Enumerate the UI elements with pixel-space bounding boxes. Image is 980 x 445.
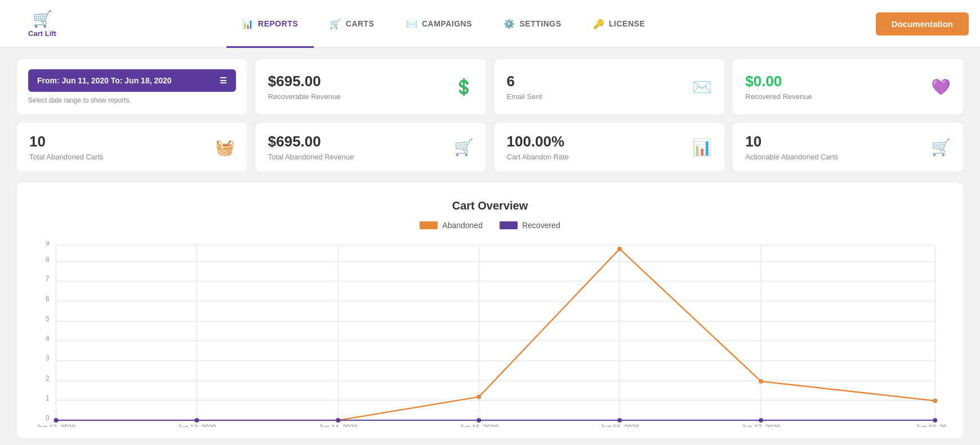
svg-text:Jun 13, 2020: Jun 13, 2020 — [177, 424, 216, 427]
svg-text:3: 3 — [46, 355, 50, 363]
main-content: From: Jun 11, 2020 To: Jun 18, 2020 ☰ Se… — [0, 48, 980, 445]
email-sent-info: 6 Email Sent — [507, 73, 542, 101]
svg-text:6: 6 — [46, 295, 50, 303]
top-stats-row: From: Jun 11, 2020 To: Jun 18, 2020 ☰ Se… — [17, 59, 963, 114]
nav-label-carts: CARTS — [346, 19, 375, 28]
svg-text:9: 9 — [46, 241, 50, 247]
chart-title: Cart Overview — [34, 199, 946, 212]
cart-abandon-rate-label: Cart Abandon Rate — [507, 153, 569, 161]
abandoned-point-5 — [617, 247, 622, 251]
abandoned-color-swatch — [420, 221, 438, 229]
chart-legend: Abandoned Recovered — [34, 221, 946, 230]
main-nav: 📊 REPORTS 🛒 CARTS ✉️ CAMPAIGNS ⚙️ SETTIN… — [11, 0, 876, 48]
abandoned-point-4 — [476, 395, 481, 399]
recovered-dollar-icon: 💜 — [931, 78, 951, 96]
svg-text:7: 7 — [46, 275, 50, 283]
abandoned-point-6 — [759, 379, 763, 384]
bottom-stats-row: 10 Total Abandoned Carts 🧺 $695.00 Total… — [17, 123, 963, 171]
chart-area: 0 1 2 3 4 5 6 7 8 9 — [34, 241, 946, 427]
recoverable-revenue-value: $695.00 — [268, 73, 341, 90]
recovered-color-swatch — [500, 221, 518, 229]
nav-item-settings[interactable]: ⚙️ SETTINGS — [488, 0, 577, 48]
recovered-revenue-value: $0.00 — [745, 73, 812, 90]
recovered-revenue-info: $0.00 Recovered Revenue — [745, 73, 812, 101]
carts-icon: 🛒 — [329, 19, 341, 29]
reports-icon: 📊 — [242, 19, 254, 29]
recoverable-revenue-card: $695.00 Recoverable Revenue 💲 — [256, 59, 486, 114]
date-range-button[interactable]: From: Jun 11, 2020 To: Jun 18, 2020 ☰ — [28, 69, 236, 92]
email-sent-card: 6 Email Sent ✉️ — [495, 59, 725, 114]
nav-label-campaigns: CAMPAIGNS — [422, 19, 472, 28]
legend-abandoned: Abandoned — [420, 221, 483, 230]
total-abandoned-revenue-card: $695.00 Total Abandoned Revenue 🛒 — [256, 123, 486, 171]
legend-abandoned-label: Abandoned — [442, 221, 483, 230]
header: 🛒 Cart Lift 📊 REPORTS 🛒 CARTS ✉️ CAMPAIG… — [0, 0, 980, 48]
svg-text:0: 0 — [46, 414, 50, 422]
total-abandoned-revenue-label: Total Abandoned Revenue — [268, 153, 354, 161]
recovered-point-2 — [194, 418, 199, 422]
abandoned-point-7 — [933, 399, 937, 403]
svg-text:4: 4 — [46, 335, 50, 342]
chart-card: Cart Overview Abandoned Recovered 0 1 2 … — [17, 183, 963, 438]
filter-icon: ☰ — [220, 76, 227, 85]
recovered-revenue-label: Recovered Revenue — [745, 92, 812, 101]
actionable-abandoned-carts-value: 10 — [745, 133, 838, 150]
license-icon: 🔑 — [593, 19, 605, 29]
recovered-revenue-card: $0.00 Recovered Revenue 💜 — [733, 59, 963, 114]
actionable-cart-icon: 🛒 — [931, 138, 951, 157]
nav-label-settings: SETTINGS — [520, 19, 562, 28]
chart-svg: 0 1 2 3 4 5 6 7 8 9 — [34, 241, 946, 427]
svg-text:Jun 18, 2020: Jun 18, 2020 — [916, 424, 946, 427]
svg-text:Jun 17, 2020: Jun 17, 2020 — [742, 424, 781, 427]
svg-text:Jun 16, 2020: Jun 16, 2020 — [600, 424, 639, 427]
cart-abandon-rate-value: 100.00% — [507, 133, 569, 150]
nav-item-carts[interactable]: 🛒 CARTS — [314, 0, 390, 48]
nav-item-campaigns[interactable]: ✉️ CAMPAIGNS — [390, 0, 488, 48]
total-abandoned-carts-label: Total Abandoned Carts — [29, 153, 104, 161]
cart-rate-icon: 📊 — [692, 138, 712, 157]
recovered-point-6 — [759, 418, 763, 422]
svg-text:Jun 15, 2020: Jun 15, 2020 — [460, 424, 498, 427]
svg-text:8: 8 — [46, 256, 50, 264]
svg-text:5: 5 — [46, 315, 50, 323]
recovered-point-1 — [54, 418, 59, 422]
recoverable-revenue-info: $695.00 Recoverable Revenue — [268, 73, 341, 101]
legend-recovered-label: Recovered — [522, 221, 560, 230]
actionable-abandoned-carts-label: Actionable Abandoned Carts — [745, 153, 838, 161]
settings-icon: ⚙️ — [504, 19, 515, 29]
email-icon: ✉️ — [692, 78, 712, 96]
recovered-point-7 — [933, 418, 937, 422]
campaigns-icon: ✉️ — [406, 19, 418, 29]
nav-label-reports: REPORTS — [258, 19, 298, 28]
recovered-point-3 — [336, 418, 340, 422]
date-hint: Select date range to show reports. — [28, 96, 236, 104]
shopping-basket-icon: 🧺 — [215, 138, 235, 157]
svg-text:1: 1 — [46, 394, 50, 402]
date-range-card: From: Jun 11, 2020 To: Jun 18, 2020 ☰ Se… — [17, 59, 247, 114]
legend-recovered: Recovered — [500, 221, 560, 230]
total-abandoned-carts-card: 10 Total Abandoned Carts 🧺 — [17, 123, 247, 171]
abandoned-line — [56, 249, 936, 420]
dollar-icon: 💲 — [454, 78, 474, 96]
nav-item-reports[interactable]: 📊 REPORTS — [226, 0, 314, 48]
svg-text:Jun 14, 2020: Jun 14, 2020 — [319, 424, 358, 427]
documentation-button[interactable]: Documentation — [876, 12, 969, 35]
recoverable-revenue-label: Recoverable Revenue — [268, 92, 341, 101]
svg-text:2: 2 — [46, 375, 50, 382]
total-abandoned-revenue-value: $695.00 — [268, 133, 354, 150]
total-abandoned-carts-value: 10 — [29, 133, 104, 150]
cart-abandon-rate-card: 100.00% Cart Abandon Rate 📊 — [495, 123, 725, 171]
nav-label-license: LICENSE — [609, 19, 645, 28]
actionable-abandoned-carts-card: 10 Actionable Abandoned Carts 🛒 — [733, 123, 963, 171]
nav-item-license[interactable]: 🔑 LICENSE — [577, 0, 661, 48]
cart-dollar-icon: 🛒 — [454, 138, 474, 157]
email-sent-value: 6 — [507, 73, 542, 90]
recovered-point-4 — [476, 418, 481, 422]
svg-text:Jun 12, 2020: Jun 12, 2020 — [37, 424, 75, 427]
recovered-point-5 — [617, 418, 622, 422]
date-range-label: From: Jun 11, 2020 To: Jun 18, 2020 — [37, 76, 172, 85]
email-sent-label: Email Sent — [507, 92, 542, 101]
